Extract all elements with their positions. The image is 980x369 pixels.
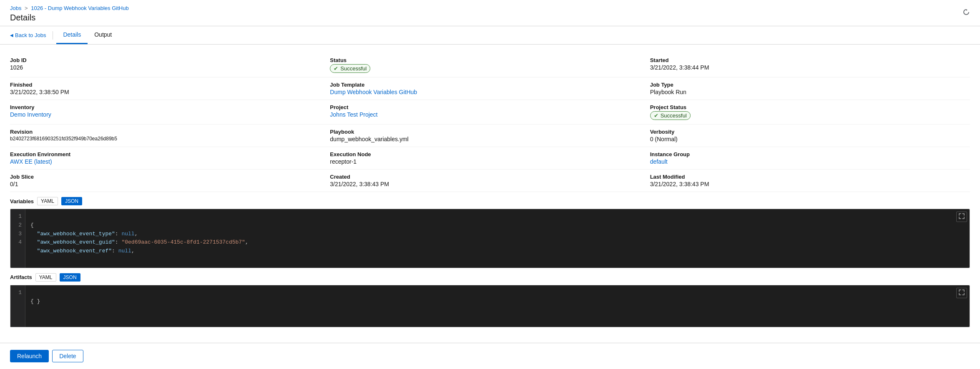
page-title: Details <box>10 13 970 22</box>
breadcrumb: Jobs > 1026 - Dump Webhook Variables Git… <box>10 5 970 11</box>
detail-cell-job-template: Job Template Dump Webhook Variables GitH… <box>330 77 650 100</box>
started-label: Started <box>650 57 970 63</box>
detail-cell-started: Started 3/21/2022, 3:38:44 PM <box>650 53 970 77</box>
artifacts-json-button[interactable]: JSON <box>60 273 80 282</box>
variables-expand-button[interactable] <box>956 212 967 222</box>
detail-cell-created: Created 3/21/2022, 3:38:43 PM <box>330 170 650 192</box>
execution-node-value: receptor-1 <box>330 158 643 165</box>
code-line-4: "awx_webhook_event_ref": null, <box>30 248 135 254</box>
project-label: Project <box>330 104 643 110</box>
artifacts-code-editor: 1 { } <box>10 285 970 327</box>
details-grid: Job ID 1026 Status ✔ Successful Started … <box>10 53 970 192</box>
delete-button[interactable]: Delete <box>52 350 83 362</box>
execution-node-label: Execution Node <box>330 151 643 157</box>
detail-cell-status: Status ✔ Successful <box>330 53 650 77</box>
instance-group-link[interactable]: default <box>650 158 970 165</box>
job-slice-label: Job Slice <box>10 174 323 180</box>
revision-value: b2402723f6816903251fd352f949b70ea26d89b5 <box>10 136 323 142</box>
code-line-3: "awx_webhook_event_guid": "0ed69aac-6035… <box>30 239 249 245</box>
last-modified-value: 3/21/2022, 3:38:43 PM <box>650 181 970 187</box>
job-id-value: 1026 <box>10 64 323 71</box>
variables-container: 1 2 3 4 { "awx_webhook_event_type": null… <box>10 209 970 268</box>
variables-code-inner: 1 2 3 4 { "awx_webhook_event_type": null… <box>10 209 970 268</box>
instance-group-label: Instance Group <box>650 151 970 157</box>
variables-section-header: Variables YAML JSON <box>10 192 970 209</box>
playbook-label: Playbook <box>330 129 643 135</box>
tab-details[interactable]: Details <box>56 26 88 44</box>
execution-env-link[interactable]: AWX EE (latest) <box>10 158 323 165</box>
detail-cell-job-slice: Job Slice 0/1 <box>10 170 330 192</box>
tab-divider <box>53 31 53 40</box>
job-type-label: Job Type <box>650 82 970 88</box>
project-status-label: Project Status <box>650 104 970 110</box>
action-buttons: Relaunch Delete <box>0 343 980 369</box>
playbook-value: dump_webhook_variables.yml <box>330 136 643 142</box>
detail-cell-project: Project Johns Test Project <box>330 100 650 125</box>
page-header: Jobs > 1026 - Dump Webhook Variables Git… <box>0 0 980 26</box>
variables-label: Variables <box>10 198 34 204</box>
line-num-2: 2 <box>10 221 25 230</box>
variables-json-button[interactable]: JSON <box>61 197 82 205</box>
detail-cell-job-type: Job Type Playbook Run <box>650 77 970 100</box>
breadcrumb-current-link[interactable]: 1026 - Dump Webhook Variables GitHub <box>31 5 128 11</box>
artifacts-yaml-button[interactable]: YAML <box>35 273 56 282</box>
verbosity-value: 0 (Normal) <box>650 136 970 142</box>
inventory-link[interactable]: Demo Inventory <box>10 111 323 118</box>
project-link[interactable]: Johns Test Project <box>330 111 643 118</box>
code-line-1: { <box>30 222 34 228</box>
artifact-line-num-1: 1 <box>10 289 25 297</box>
status-value: ✔ Successful <box>330 64 643 73</box>
line-num-4: 4 <box>10 238 25 247</box>
job-type-value: Playbook Run <box>650 89 970 95</box>
artifacts-container: 1 { } <box>10 285 970 327</box>
back-to-jobs-button[interactable]: Back to Jobs <box>10 27 53 43</box>
tab-output[interactable]: Output <box>88 26 118 44</box>
variables-code-content[interactable]: { "awx_webhook_event_type": null, "awx_w… <box>25 209 970 268</box>
variables-line-numbers: 1 2 3 4 <box>10 209 25 268</box>
job-template-link[interactable]: Dump Webhook Variables GitHub <box>330 89 643 95</box>
page-wrapper: Jobs > 1026 - Dump Webhook Variables Git… <box>0 0 980 369</box>
detail-cell-instance-group: Instance Group default <box>650 147 970 170</box>
status-label: Status <box>330 57 643 63</box>
line-num-1: 1 <box>10 212 25 221</box>
artifacts-line-numbers: 1 <box>10 285 25 327</box>
project-check-icon: ✔ <box>654 112 658 119</box>
revision-label: Revision <box>10 129 323 135</box>
finished-label: Finished <box>10 82 323 88</box>
inventory-label: Inventory <box>10 104 323 110</box>
detail-cell-inventory: Inventory Demo Inventory <box>10 100 330 125</box>
history-icon[interactable] <box>962 8 970 17</box>
artifacts-code-inner: 1 { } <box>10 285 970 327</box>
relaunch-button[interactable]: Relaunch <box>10 350 49 362</box>
verbosity-label: Verbosity <box>650 129 970 135</box>
detail-cell-playbook: Playbook dump_webhook_variables.yml <box>330 125 650 147</box>
check-icon: ✔ <box>334 65 338 72</box>
line-num-3: 3 <box>10 230 25 239</box>
artifacts-expand-button[interactable] <box>956 288 967 298</box>
finished-value: 3/21/2022, 3:38:50 PM <box>10 89 323 95</box>
execution-env-label: Execution Environment <box>10 151 323 157</box>
status-badge-text: Successful <box>340 65 367 72</box>
artifacts-section-header: Artifacts YAML JSON <box>10 268 970 285</box>
job-slice-value: 0/1 <box>10 181 323 187</box>
project-status-badge: ✔ Successful <box>650 111 691 120</box>
tabs-bar: Back to Jobs Details Output <box>0 26 980 45</box>
detail-cell-finished: Finished 3/21/2022, 3:38:50 PM <box>10 77 330 100</box>
artifact-code-line-1: { } <box>30 298 40 304</box>
breadcrumb-jobs-link[interactable]: Jobs <box>10 5 21 11</box>
main-content: Job ID 1026 Status ✔ Successful Started … <box>0 45 980 365</box>
last-modified-label: Last Modified <box>650 174 970 180</box>
artifacts-code-content[interactable]: { } <box>25 285 970 327</box>
started-value: 3/21/2022, 3:38:44 PM <box>650 64 970 71</box>
detail-cell-project-status: Project Status ✔ Successful <box>650 100 970 125</box>
variables-code-editor: 1 2 3 4 { "awx_webhook_event_type": null… <box>10 209 970 268</box>
artifacts-label: Artifacts <box>10 274 32 280</box>
variables-yaml-button[interactable]: YAML <box>37 197 58 205</box>
job-id-label: Job ID <box>10 57 323 63</box>
detail-cell-execution-env: Execution Environment AWX EE (latest) <box>10 147 330 170</box>
detail-cell-job-id: Job ID 1026 <box>10 53 330 77</box>
created-value: 3/21/2022, 3:38:43 PM <box>330 181 643 187</box>
detail-cell-execution-node: Execution Node receptor-1 <box>330 147 650 170</box>
created-label: Created <box>330 174 643 180</box>
job-template-label: Job Template <box>330 82 643 88</box>
